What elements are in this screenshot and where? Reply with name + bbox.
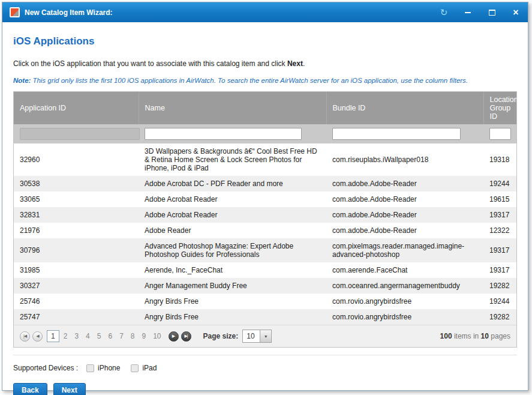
pager-page[interactable]: 9 [139,331,149,342]
filter-bundle-id-input[interactable] [332,128,461,140]
pager-pages-count: 10 [481,332,489,340]
cell-bundle-id: com.rovio.angrybirdsfree [326,309,483,325]
maximize-button[interactable] [487,8,497,17]
supported-devices-label: Supported Devices : [13,364,78,372]
pager-pages-text: pages [491,332,510,340]
cell-name: Adobe Acrobat DC - PDF Reader and more [139,176,326,191]
cell-application-id: 25747 [14,309,139,325]
pager-page[interactable]: 3 [71,331,82,342]
next-button[interactable]: Next [53,383,86,395]
cell-bundle-id: com.adobe.Adobe-Reader [326,207,483,223]
instruction-prefix: Click on the iOS application that you wa… [13,59,287,68]
action-buttons: Back Next [13,372,517,395]
filter-location-group-id-input[interactable] [489,128,511,140]
cell-application-id: 32960 [14,143,139,176]
cell-application-id: 25746 [14,294,139,309]
window-title: New Catalog Item Wizard: [25,8,113,17]
cell-location-group-id: 19317 [483,207,516,223]
pager-page[interactable]: 8 [128,331,138,342]
page-title: iOS Applications [13,35,517,47]
window-controls: ↻ × [439,8,521,17]
cell-application-id: 31985 [14,262,139,278]
note-text: Note:This grid only lists the first 100 … [13,77,517,84]
pager-pages: 12345678910 [46,330,165,342]
cell-bundle-id: com.riseuplabs.iWallpaper018 [326,143,483,176]
wizard-dialog: New Catalog Item Wizard: ↻ × iOS Applica… [2,2,528,391]
cell-location-group-id: 19318 [483,143,516,176]
column-header-location-group-id[interactable]: Location Group ID [483,92,516,124]
pager-page[interactable]: 5 [94,331,104,342]
pager: |◀ ◀ 12345678910 ▶ ▶| Page size: 10 ▼ 10… [14,325,516,347]
column-header-name[interactable]: Name [139,92,326,124]
cell-location-group-id: 12322 [483,223,516,238]
iphone-checkbox[interactable] [86,364,94,372]
cell-location-group-id: 19317 [483,238,516,262]
filter-application-id-input[interactable] [20,128,140,140]
cell-bundle-id: com.pixelmags.reader.managed.imagine-adv… [326,238,483,262]
minimize-icon [465,12,471,13]
cell-application-id: 30796 [14,238,139,262]
applications-grid: Application ID Name Bundle ID Location G… [13,91,517,348]
table-row[interactable]: 21976 Adobe Reader com.adobe.Adobe-Reade… [14,223,516,238]
cell-location-group-id: 19282 [483,309,516,325]
table-row[interactable]: 31985 Aerende, Inc._FaceChat com.aerende… [14,262,516,278]
page-size-dropdown[interactable]: 10 ▼ [242,330,272,343]
pager-page[interactable]: 2 [61,331,71,342]
instruction-text: Click on the iOS application that you wa… [13,59,517,68]
pager-page[interactable]: 6 [105,331,115,342]
close-button[interactable]: × [511,8,521,17]
pager-items-count: 100 [440,332,452,340]
cell-location-group-id: 19317 [483,262,516,278]
table-row[interactable]: 30796 Advanced Photoshop Magazine: Exper… [14,238,516,262]
cell-bundle-id: com.adobe.Adobe-Reader [326,191,483,207]
pager-page[interactable]: 4 [83,331,93,342]
cell-application-id: 33065 [14,191,139,207]
supported-devices-row: Supported Devices : iPhone iPad [13,355,517,372]
cell-bundle-id: com.rovio.angrybirdsfree [326,294,483,309]
column-header-application-id[interactable]: Application ID [14,92,139,124]
pager-page[interactable]: 7 [116,331,127,342]
table-body: 32960 3D Wallpapers & Backgrounds â€“ Co… [14,143,516,325]
instruction-end: . [303,59,305,68]
cell-application-id: 30327 [14,278,139,294]
minimize-button[interactable] [463,8,473,17]
wizard-content: iOS Applications Click on the iOS applic… [2,22,528,395]
table-row[interactable]: 32960 3D Wallpapers & Backgrounds â€“ Co… [14,143,516,176]
cell-name: Angry Birds Free [139,294,326,309]
table-row[interactable]: 33065 Adobe Acrobat Reader com.adobe.Ado… [14,191,516,207]
refresh-icon[interactable]: ↻ [439,8,449,17]
cell-location-group-id: 19244 [483,176,516,191]
cell-name: Anger Management Buddy Free [139,278,326,294]
iphone-checkbox-label: iPhone [98,364,120,372]
pager-page-current[interactable]: 1 [47,330,59,342]
back-button[interactable]: Back [13,383,47,395]
app-logo-icon [10,7,20,17]
cell-name: Adobe Acrobat Reader [139,207,326,223]
pager-page[interactable]: 10 [150,331,164,342]
table-row[interactable]: 30327 Anger Management Buddy Free com.oc… [14,278,516,294]
table-row[interactable]: 25746 Angry Birds Free com.rovio.angrybi… [14,294,516,309]
table-row[interactable]: 32831 Adobe Acrobat Reader com.adobe.Ado… [14,207,516,223]
cell-bundle-id: com.oceanred.angermanagementbuddy [326,278,483,294]
table-row[interactable]: 30538 Adobe Acrobat DC - PDF Reader and … [14,176,516,191]
maximize-icon [489,10,495,16]
page-size-value: 10 [243,332,260,340]
pager-first-button[interactable]: |◀ [20,331,30,342]
ipad-checkbox-label: iPad [142,364,157,372]
pager-last-button[interactable]: ▶| [181,331,191,342]
note-label: Note: [13,77,31,84]
cell-name: Aerende, Inc._FaceChat [139,262,326,278]
ipad-checkbox[interactable] [131,364,139,372]
cell-bundle-id: com.aerende.FaceChat [326,262,483,278]
column-header-bundle-id[interactable]: Bundle ID [326,92,483,124]
cell-name: Angry Birds Free [139,309,326,325]
table-row[interactable]: 25747 Angry Birds Free com.rovio.angrybi… [14,309,516,325]
pager-next-button[interactable]: ▶ [169,331,179,342]
pager-prev-button[interactable]: ◀ [32,331,43,342]
cell-name: 3D Wallpapers & Backgrounds â€“ Cool Bes… [139,143,326,176]
wizard-footer: Supported Devices : iPhone iPad Back Nex… [13,348,517,395]
filter-name-input[interactable] [145,128,302,140]
chevron-down-icon: ▼ [260,330,271,342]
page-size-control: Page size: 10 ▼ [203,330,272,343]
cell-location-group-id: 19615 [483,191,516,207]
